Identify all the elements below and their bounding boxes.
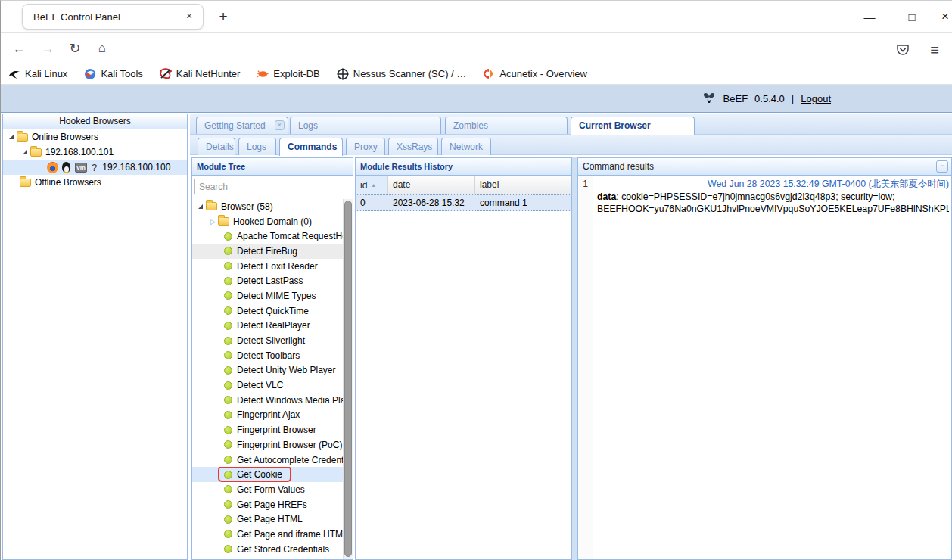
sub-tab-strip: Details Logs Commands Proxy XssRays Netw…	[190, 135, 952, 155]
module-dot-icon	[224, 500, 232, 509]
window-minimize-button[interactable]: —	[854, 1, 885, 33]
new-tab-button[interactable]: +	[213, 7, 234, 28]
module-item[interactable]: Get Autocomplete Credent	[192, 453, 343, 468]
home-icon[interactable]: ⌂	[90, 37, 114, 60]
subtab-logs[interactable]: Logs	[238, 138, 276, 155]
bookmarks-bar: Kali Linux Kali Tools Kali NetHunter Exp…	[1, 64, 952, 85]
menu-hamburger-icon[interactable]: ≡	[922, 39, 947, 61]
scrollbar-thumb[interactable]	[344, 201, 352, 557]
module-item[interactable]: Detect Windows Media Pla	[192, 393, 343, 408]
subtab-commands[interactable]: Commands	[279, 138, 343, 156]
reload-icon[interactable]: ↻	[63, 37, 87, 60]
module-search-input[interactable]	[194, 179, 350, 194]
subtab-network[interactable]: Network	[441, 138, 491, 155]
hooked-browsers-panel: Hooked Browsers Online Browsers 192.168.…	[2, 114, 188, 560]
bookmark-nessus[interactable]: Nessus Scanner (SC) / …	[337, 68, 467, 80]
tab-getting-started[interactable]: Getting Started ×	[196, 117, 288, 134]
logout-link[interactable]: Logout	[801, 93, 831, 104]
module-dot-icon	[224, 366, 232, 375]
module-item[interactable]: Fingerprint Browser	[192, 422, 343, 437]
expand-open-icon[interactable]	[23, 150, 27, 154]
module-item[interactable]: Fingerprint Ajax	[192, 408, 343, 423]
collapse-panel-icon[interactable]: −	[936, 160, 948, 173]
module-dot-icon	[224, 291, 232, 300]
folder-icon	[218, 217, 229, 226]
tab-logs[interactable]: Logs	[290, 117, 441, 134]
acunetix-icon	[483, 68, 495, 80]
expand-open-icon[interactable]	[9, 135, 14, 139]
expand-closed-icon[interactable]: ▷	[210, 218, 216, 226]
kali-linux-icon	[8, 68, 20, 80]
column-header-date[interactable]: date	[388, 176, 475, 194]
tree-node-host[interactable]: 192.168.100.101	[3, 145, 187, 160]
module-item[interactable]: Detect LastPass	[192, 273, 343, 288]
module-dot-icon	[224, 232, 232, 241]
kali-tools-icon	[84, 68, 96, 80]
subtab-details[interactable]: Details	[198, 138, 235, 155]
results-row-selected[interactable]: 0 2023-06-28 15:32 command 1	[356, 194, 571, 211]
module-item[interactable]: Detect Foxit Reader	[192, 259, 343, 274]
window-close-button[interactable]: ×	[930, 1, 952, 33]
module-item[interactable]: Detect Toolbars	[192, 348, 343, 363]
column-header-id[interactable]: id▲	[356, 176, 388, 194]
firefox-icon	[47, 162, 58, 173]
tree-node-hooked-domain-folder[interactable]: ▷Hooked Domain (0)	[192, 214, 343, 229]
module-dot-icon	[224, 396, 232, 404]
tree-node-offline-browsers[interactable]: Offline Browsers	[3, 175, 187, 190]
tab-zombies[interactable]: Zombies	[445, 117, 568, 134]
bookmark-acunetix[interactable]: Acunetix - Overview	[483, 68, 587, 80]
expand-open-icon[interactable]	[198, 204, 203, 209]
module-tree-panel: Module Tree Browser (58) ▷Hooked Domain …	[191, 157, 353, 560]
module-results-header: Module Results History	[356, 158, 571, 176]
kali-nethunter-icon	[160, 68, 172, 80]
module-tree-scrollbar[interactable]	[343, 199, 353, 559]
tree-node-online-browsers[interactable]: Online Browsers	[3, 129, 187, 145]
module-item[interactable]: Fingerprint Browser (PoC)	[192, 437, 343, 453]
module-item[interactable]: Get Page HREFs	[192, 497, 343, 512]
module-item[interactable]: Detect MIME Types	[192, 288, 343, 303]
linux-penguin-icon	[62, 162, 70, 173]
window-maximize-button[interactable]: □	[897, 1, 927, 33]
module-item[interactable]: Get Page and iframe HTM	[192, 527, 343, 542]
module-item[interactable]: Detect RealPlayer	[192, 319, 343, 334]
module-item[interactable]: Detect FireBug	[192, 244, 343, 259]
tab-close-icon[interactable]: ×	[275, 120, 285, 130]
module-item[interactable]: Detect Silverlight	[192, 333, 343, 348]
beef-version: 0.5.4.0	[754, 93, 785, 104]
module-dot-icon	[224, 456, 232, 464]
module-item[interactable]: Detect QuickTime	[192, 303, 343, 319]
bookmark-kali-tools[interactable]: Kali Tools	[84, 68, 142, 80]
red-annotation-box	[218, 467, 291, 482]
module-item[interactable]: Apache Tomcat RequestHe	[192, 229, 343, 244]
folder-icon	[17, 133, 28, 142]
module-dot-icon	[224, 247, 232, 255]
column-header-label[interactable]: label	[475, 176, 562, 194]
back-icon[interactable]: ←	[7, 37, 31, 60]
module-item-get-cookie-selected[interactable]: Get Cookie	[192, 467, 343, 482]
pocket-icon[interactable]	[891, 39, 915, 61]
tab-current-browser[interactable]: Current Browser	[571, 117, 695, 135]
module-results-panel: Module Results History id▲ date label 0 …	[355, 157, 572, 560]
tab-close-icon[interactable]: ×	[182, 9, 197, 24]
command-results-header: Command results −	[578, 158, 951, 176]
bookmark-exploit-db[interactable]: Exploit-DB	[257, 68, 319, 80]
tree-node-browser-folder[interactable]: Browser (58)	[192, 199, 343, 214]
module-item[interactable]: Get Stored Credentials	[192, 542, 343, 557]
results-table: id▲ date label 0 2023-06-28 15:32 comman…	[356, 176, 571, 211]
bookmark-kali-linux[interactable]: Kali Linux	[8, 68, 67, 80]
subtab-proxy[interactable]: Proxy	[346, 138, 385, 155]
module-tree-header: Module Tree	[192, 158, 353, 176]
forward-icon[interactable]: →	[36, 37, 60, 60]
module-item[interactable]: Detect Unity Web Player	[192, 363, 343, 378]
browser-tab-title: BeEF Control Panel	[33, 11, 182, 23]
module-item[interactable]: Detect VLC	[192, 378, 343, 393]
panel-splitter[interactable]	[572, 157, 577, 560]
module-item[interactable]: Get Form Values	[192, 482, 343, 497]
bookmark-kali-nethunter[interactable]: Kali NetHunter	[160, 68, 241, 80]
module-dot-icon	[224, 440, 232, 449]
module-item[interactable]: Get Page HTML	[192, 512, 343, 527]
subtab-xssrays[interactable]: XssRays	[388, 138, 438, 155]
module-item-partial[interactable]	[192, 557, 343, 560]
browser-tab[interactable]: BeEF Control Panel ×	[22, 4, 204, 30]
tree-node-hooked-browser[interactable]: vm ? 192.168.100.100	[3, 160, 187, 175]
